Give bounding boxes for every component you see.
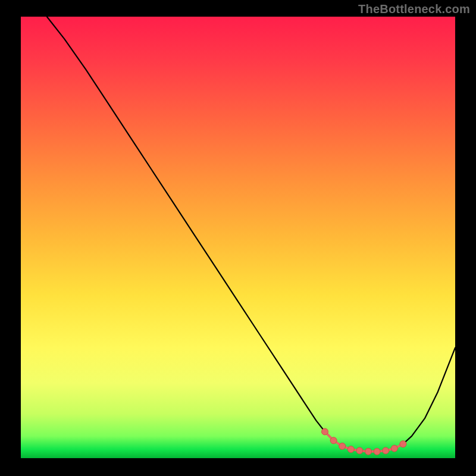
watermark-text: TheBottleneck.com [358, 2, 470, 16]
optimum-marker [391, 445, 397, 452]
chart-frame: TheBottleneck.com [0, 0, 476, 476]
optimum-marker [374, 448, 380, 455]
plot-area [21, 17, 455, 458]
optimum-marker [383, 447, 389, 454]
optimum-marker [365, 448, 372, 455]
optimum-marker [347, 446, 354, 453]
optimum-marker [322, 428, 328, 435]
curve-layer [21, 17, 455, 458]
bottleneck-curve [47, 17, 455, 452]
optimum-marker [339, 443, 346, 449]
optimum-marker [356, 447, 363, 454]
optimum-marker [330, 437, 337, 444]
optimum-markers [322, 428, 406, 455]
optimum-marker [400, 441, 406, 447]
